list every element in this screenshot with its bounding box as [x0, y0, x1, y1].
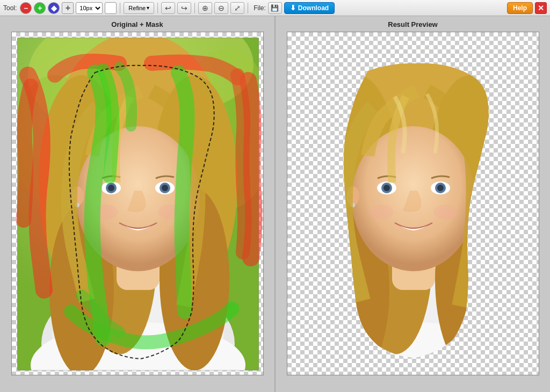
- right-canvas-svg: [287, 32, 539, 375]
- separator-3: [194, 3, 195, 13]
- svg-point-44: [437, 185, 444, 191]
- right-panel-title: Result Preview: [388, 20, 438, 28]
- brush-size-select[interactable]: 10px 2px 4px 6px 8px 15px 20px 30px: [76, 2, 103, 14]
- redo-button[interactable]: ↪: [177, 2, 191, 14]
- svg-point-22: [162, 185, 168, 191]
- left-panel-title: Original + Mask: [111, 20, 163, 28]
- left-canvas-svg: [12, 32, 264, 375]
- left-panel: Original + Mask: [0, 16, 274, 392]
- separator-4: [248, 3, 248, 13]
- refine-tool-button[interactable]: ◆: [48, 2, 60, 14]
- fullscreen-button[interactable]: ⤢: [230, 2, 244, 14]
- main-area: Original + Mask: [0, 16, 550, 392]
- help-button[interactable]: Help: [507, 2, 533, 14]
- refine-button[interactable]: Refine ▾: [124, 2, 154, 14]
- tool-label: Tool:: [3, 4, 17, 12]
- add-tool-button[interactable]: +: [34, 2, 46, 14]
- right-canvas[interactable]: [287, 32, 539, 375]
- remove-tool-button[interactable]: –: [20, 2, 32, 14]
- svg-point-19: [108, 185, 114, 191]
- zoom-mode-button[interactable]: ⊕: [198, 2, 212, 14]
- separator-2: [157, 3, 158, 13]
- plus-tool-button[interactable]: +: [62, 2, 74, 14]
- toolbar: Tool: – + ◆ + 10px 2px 4px 6px 8px 15px …: [0, 0, 550, 16]
- file-label: File:: [254, 4, 266, 12]
- chevron-down-icon: ▾: [147, 5, 149, 11]
- close-button[interactable]: ✕: [535, 2, 547, 14]
- save-button[interactable]: 💾: [268, 2, 282, 14]
- svg-point-45: [370, 205, 393, 220]
- separator-1: [120, 3, 120, 13]
- zoom-out-button[interactable]: ⊖: [214, 2, 228, 14]
- undo-button[interactable]: ↩: [161, 2, 175, 14]
- right-panel: Result Preview: [276, 16, 550, 392]
- left-canvas[interactable]: [11, 32, 264, 375]
- download-button[interactable]: ⬇ Download: [284, 2, 335, 14]
- svg-point-41: [383, 185, 390, 191]
- svg-point-46: [434, 205, 458, 220]
- color-picker[interactable]: [105, 2, 117, 14]
